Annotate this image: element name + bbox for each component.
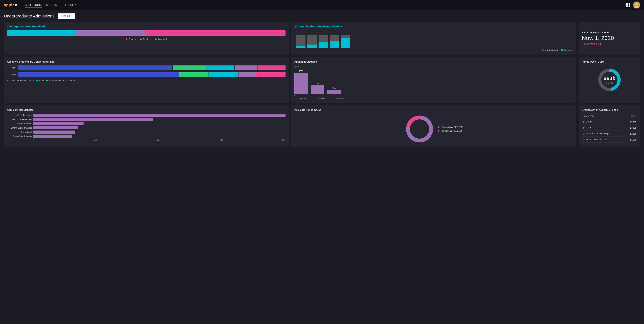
avail-legend: Financial Aid (980,000) Scholarships (28…: [438, 126, 463, 132]
res-label-3: Other Campus Transfers: [7, 127, 32, 129]
card-weekly-review: 200 Applications Reviewed Weekly: [291, 22, 576, 54]
status-x-labels: Pending Accepted Declined: [294, 98, 573, 100]
deadline-remaining: 3 days remaining: [582, 42, 637, 45]
declined-dot: [140, 38, 142, 40]
scholarships-label: Scholarships (280,000): [442, 130, 463, 132]
weekly-label: Applications Reviewed Weekly: [300, 25, 342, 28]
african-dot: [46, 80, 48, 81]
res-row-2: In-State Transfers: [7, 122, 286, 125]
card-applicant-statuses: Applicant Statuses 1050 1050 436: [291, 57, 576, 103]
legend-pending: Pending: [126, 38, 136, 40]
x-label-declined: Declined: [333, 98, 346, 100]
page-content: Undergraduate Admissions Fall 2020 1500 …: [0, 10, 644, 151]
nav-admissions[interactable]: ADMISSIONS: [25, 2, 42, 8]
wb-rev-4: [330, 41, 339, 48]
res-label-2: In-State Transfers: [7, 123, 32, 125]
legend-not-reviewed: Not Reviewed: [542, 49, 558, 52]
res-row-5: Out-of-State Transfers: [7, 135, 286, 138]
athletic-label-cell: Athletic Scholarships: [582, 137, 625, 142]
breakdown-row-grants: Grants $588k: [582, 119, 637, 125]
card-deadline: Early Decision Deadline Nov. 1, 2020 3 d…: [579, 22, 640, 54]
female-white: [18, 72, 179, 77]
male-other: [258, 66, 286, 70]
nav-links: ADMISSIONS STUDENTS FACULTY: [25, 2, 77, 8]
grants-label-cell: Grants: [582, 119, 625, 125]
bar-pending: [144, 30, 286, 36]
female-african: [179, 72, 208, 77]
gender-row-female: Female: [7, 72, 286, 77]
loans-label: Loans: [586, 126, 592, 129]
weekly-bar-1: [296, 35, 306, 48]
breakdown-row-loans: Loans $392k: [582, 125, 637, 131]
male-bars: [18, 66, 286, 70]
card-gender-race: Accepted Students by Gender and Race Mal…: [4, 57, 288, 103]
declined-value: 215: [332, 87, 336, 89]
athletic-dot: [582, 138, 584, 140]
grants-label: Grants: [586, 120, 592, 123]
wb-rev-3: [318, 42, 328, 48]
x-label-accepted: Accepted: [315, 98, 328, 100]
card-applications-received: 1500 Applications Received Pending Decli…: [4, 22, 288, 54]
grants-value: $588k: [625, 119, 637, 125]
funds-donut-wrapper: 663k / 1.4m: [582, 66, 637, 94]
col-type-aid: Type of Aid: [582, 114, 625, 119]
card-residencies: Applicant Residencies In-State Freshmen …: [4, 106, 288, 148]
gender-chart: Male Female: [7, 66, 286, 77]
avatar[interactable]: [633, 2, 640, 8]
res-label-0: In-State Freshmen: [7, 114, 32, 116]
academic-value: $168k: [625, 131, 637, 137]
declined-bar: [328, 90, 341, 94]
legend-accepted: Accepted: [155, 38, 167, 40]
other-dot: [7, 80, 8, 81]
legend-other: Other: [7, 79, 15, 82]
male-hispanic: [235, 66, 257, 70]
nav-faculty[interactable]: FACULTY: [65, 2, 77, 8]
wb-rev-2: [308, 44, 316, 48]
breakdown-title: Breakdown of Available Funds: [582, 108, 637, 111]
weekly-title: 200 Applications Reviewed Weekly: [294, 25, 573, 28]
avail-donut-svg: [404, 114, 435, 144]
pending-value: 1050: [299, 70, 303, 72]
male-label: Male: [7, 66, 16, 69]
available-funds-title: Available Funds (USD): [294, 108, 573, 111]
semester-select[interactable]: Fall 2020: [58, 14, 75, 18]
accepted-dot: [155, 38, 157, 40]
gender-legend: Other Hispanic/Latino Asian African Amer…: [7, 79, 286, 82]
breakdown-row-academic: Academic Scholarships $168k: [582, 131, 637, 137]
wb-not-3: [318, 35, 328, 42]
wb-not-4: [330, 35, 339, 41]
card-breakdown: Breakdown of Available Funds Type of Aid…: [579, 106, 640, 148]
card-available-funds: Available Funds (USD): [291, 106, 576, 148]
nav-students[interactable]: STUDENTS: [46, 2, 60, 8]
legend-hispanic: Hispanic/Latino: [17, 79, 34, 82]
res-x-axis: 0 200 400 600 800: [7, 139, 286, 141]
res-bar-3: [34, 126, 78, 129]
breakdown-table: Type of Aid Funds Grants $588k: [582, 114, 637, 143]
wb-rev-1: [296, 46, 306, 48]
accepted-value: 436: [316, 82, 319, 85]
financial-aid-label: Financial Aid (980,000): [442, 126, 463, 128]
nav-right: [626, 2, 640, 8]
applications-count-title: 1500 Applications Received: [7, 25, 286, 28]
residencies-title: Applicant Residencies: [7, 108, 286, 111]
legend-african: African American: [46, 79, 65, 82]
wb-rev-5: [341, 38, 350, 48]
athletic-value: $112k: [625, 137, 637, 142]
gender-row-male: Male: [7, 66, 286, 70]
legend-white: White: [67, 79, 75, 82]
breakdown-row-athletic: Athletic Scholarships $112k: [582, 137, 637, 142]
status-bars-row: 1050 436 215: [294, 69, 573, 94]
pending-dot: [126, 38, 127, 40]
female-bars: [18, 72, 286, 77]
weekly-count: 200: [294, 25, 299, 28]
app-logo: appian: [4, 3, 17, 7]
asian-dot: [36, 80, 38, 81]
bar-legend: Pending Declined Accepted: [7, 38, 286, 40]
grid-menu-icon[interactable]: [626, 3, 630, 7]
female-label: Female: [7, 74, 16, 76]
res-bar-0: [34, 114, 286, 117]
statuses-title: Applicant Statuses: [294, 60, 573, 63]
wb-not-1: [296, 35, 306, 46]
semester-select-wrapper: Fall 2020: [58, 14, 75, 18]
col-funds: Funds: [625, 114, 637, 119]
